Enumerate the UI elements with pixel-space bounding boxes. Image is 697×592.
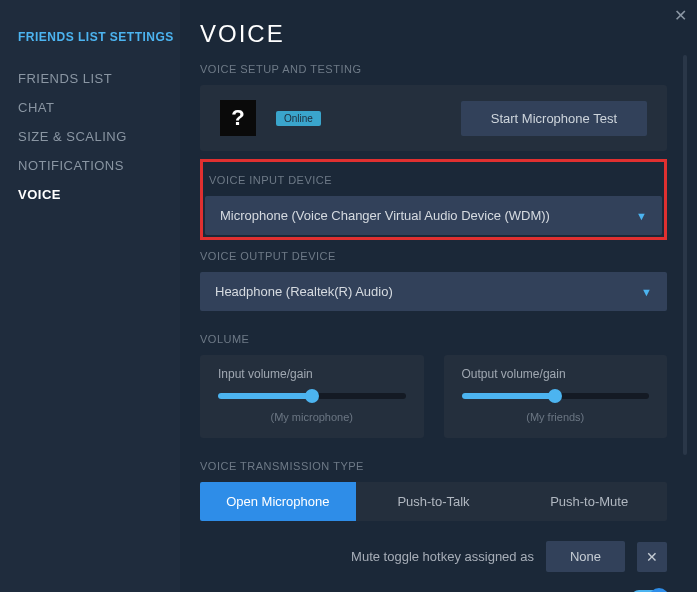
input-device-dropdown[interactable]: Microphone (Voice Changer Virtual Audio … [205,196,662,235]
sidebar-item-voice[interactable]: VOICE [18,180,180,209]
input-volume-box: Input volume/gain (My microphone) [200,355,424,438]
setup-box: ? Online Start Microphone Test [200,85,667,151]
output-device-dropdown[interactable]: Headphone (Realtek(R) Audio) ▼ [200,272,667,311]
hotkey-clear-button[interactable]: ✕ [637,542,667,572]
sidebar-item-friends-list[interactable]: FRIENDS LIST [18,64,180,93]
section-label-output-device: VOICE OUTPUT DEVICE [200,250,667,262]
slider-fill [218,393,312,399]
slider-fill [462,393,556,399]
close-icon: ✕ [646,549,658,565]
output-device-value: Headphone (Realtek(R) Audio) [215,284,393,299]
sidebar-item-notifications[interactable]: NOTIFICATIONS [18,151,180,180]
toggle-knob [649,588,669,592]
chevron-down-icon: ▼ [641,286,652,298]
section-label-setup: VOICE SETUP AND TESTING [200,63,667,75]
segment-open-microphone[interactable]: Open Microphone [200,482,356,521]
input-device-value: Microphone (Voice Changer Virtual Audio … [220,208,550,223]
sidebar-title: FRIENDS LIST SETTINGS [18,30,180,44]
hotkey-row: Mute toggle hotkey assigned as None ✕ [200,541,667,572]
section-label-volume: VOLUME [200,333,667,345]
settings-window: FRIENDS LIST SETTINGS FRIENDS LIST CHAT … [0,0,697,592]
output-volume-caption: (My friends) [462,411,650,423]
slider-thumb[interactable] [305,389,319,403]
input-volume-slider[interactable] [218,393,406,399]
output-volume-label: Output volume/gain [462,367,650,381]
input-volume-label: Input volume/gain [218,367,406,381]
section-label-input-device: VOICE INPUT DEVICE [205,174,662,186]
sidebar-item-size-scaling[interactable]: SIZE & SCALING [18,122,180,151]
avatar: ? [220,100,256,136]
highlight-annotation: VOICE INPUT DEVICE Microphone (Voice Cha… [200,159,667,240]
hotkey-label: Mute toggle hotkey assigned as [351,549,534,564]
status-badge: Online [276,111,321,126]
section-label-transmission: VOICE TRANSMISSION TYPE [200,460,667,472]
volume-row: Input volume/gain (My microphone) Output… [200,355,667,438]
sidebar-item-chat[interactable]: CHAT [18,93,180,122]
segment-push-to-mute[interactable]: Push-to-Mute [511,482,667,521]
page-title: VOICE [200,20,667,48]
transmission-segment: Open Microphone Push-to-Talk Push-to-Mut… [200,482,667,521]
main-panel: VOICE VOICE SETUP AND TESTING ? Online S… [180,0,697,592]
output-volume-box: Output volume/gain (My friends) [444,355,668,438]
start-mic-test-button[interactable]: Start Microphone Test [461,101,647,136]
scrollbar[interactable] [683,55,687,455]
chevron-down-icon: ▼ [636,210,647,222]
slider-thumb[interactable] [548,389,562,403]
sidebar: FRIENDS LIST SETTINGS FRIENDS LIST CHAT … [0,0,180,592]
hotkey-value[interactable]: None [546,541,625,572]
output-volume-slider[interactable] [462,393,650,399]
input-volume-caption: (My microphone) [218,411,406,423]
segment-push-to-talk[interactable]: Push-to-Talk [356,482,512,521]
